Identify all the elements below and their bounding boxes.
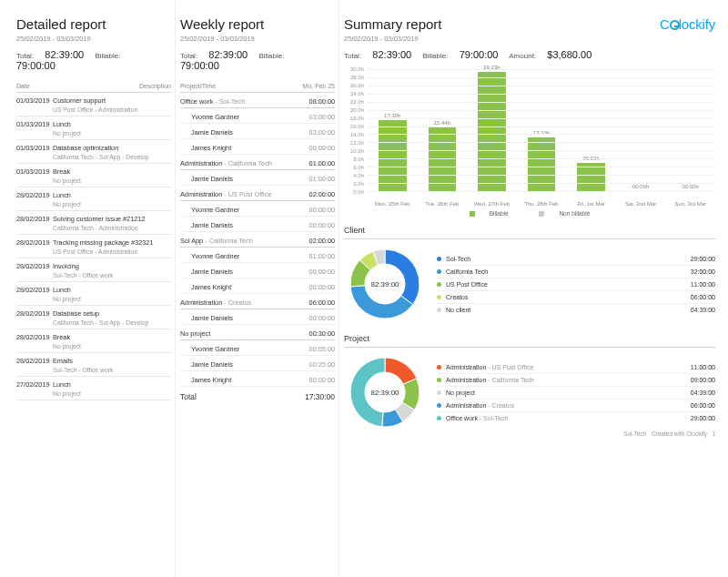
detailed-range: 25/02/2019 - 03/03/2019 xyxy=(16,35,171,43)
weekly-user-row: Yvonne Gardner00:05:00 xyxy=(180,340,335,356)
weekly-user-row: Jamie Daniels03:00:00 xyxy=(180,124,335,139)
weekly-title: Weekly report xyxy=(180,16,335,32)
list-item: US Post Office11:00:00 xyxy=(437,278,715,291)
list-item: Administration - California Tech09:00:00 xyxy=(437,374,715,387)
weekly-user-row: Yvonne Gardner01:00:00 xyxy=(180,248,335,263)
weekly-totals: Total: 82:39:00 Billable: 79:00:00 xyxy=(180,49,335,71)
table-row: 01/03/2019LunchNo project xyxy=(16,116,171,140)
table-row: 27/02/2019LunchNo project xyxy=(16,377,171,400)
table-row: 01/03/2019Database optimizationCaliforni… xyxy=(16,140,171,164)
project-donut-chart: 82:39:00 xyxy=(344,351,426,433)
project-list: Administration - US Post Office11:00:00A… xyxy=(437,361,715,424)
chart-legend: Billable Non billable xyxy=(344,210,715,217)
clockify-logo: Clockify xyxy=(660,16,715,32)
detailed-title: Detailed report xyxy=(16,16,171,32)
weekly-group-header: Sol App - California Tech02:00:00 xyxy=(180,232,335,248)
detailed-totals: Total: 82:39:00 Billable: 79:00:00 xyxy=(16,49,171,71)
weekly-group-header: No project00:30:00 xyxy=(180,325,335,340)
weekly-user-row: James Knight00:00:00 xyxy=(180,371,335,387)
weekly-user-row: James Knight00:00:00 xyxy=(180,139,335,155)
detailed-table-header: DateDescription xyxy=(16,80,171,93)
table-row: 01/03/2019BreakNo project xyxy=(16,164,171,187)
weekly-group-header: Administration - California Tech01:00:00 xyxy=(180,155,335,170)
summary-report-panel: Clockify Summary report 25/02/2019 - 03/… xyxy=(344,16,715,433)
weekly-group-header: Administration - US Post Office02:00:00 xyxy=(180,186,335,201)
table-row: 28/02/2019InvoicingSol-Tech - Office wor… xyxy=(16,258,171,282)
summary-bar-chart: 0.0h2.0h4.0h6.0h8.0h10.0h12.0h14.0h16.0h… xyxy=(344,69,715,210)
list-item: Administration - Creatos06:00:00 xyxy=(437,400,715,412)
detailed-report-panel: Detailed report 25/02/2019 - 03/03/2019 … xyxy=(16,16,171,433)
table-row: 28/02/2019LunchNo project xyxy=(16,282,171,306)
summary-range: 25/02/2019 - 03/03/2019 xyxy=(344,35,715,43)
list-item: Sol-Tech29:00:00 xyxy=(437,253,715,266)
weekly-user-row: Yvonne Gardner03:00:00 xyxy=(180,108,335,124)
weekly-user-row: Jamie Daniels01:00:00 xyxy=(180,170,335,186)
table-row: 28/02/2019Solving customer issue #21212C… xyxy=(16,211,171,235)
weekly-range: 25/02/2019 - 03/03/2019 xyxy=(180,35,335,43)
weekly-table-header: Project/TimeMo, Feb 25 xyxy=(180,80,335,93)
weekly-user-row: Jamie Daniels00:25:00 xyxy=(180,356,335,371)
list-item: No project04:39:00 xyxy=(437,387,715,400)
weekly-report-panel: Weekly report 25/02/2019 - 03/03/2019 To… xyxy=(180,16,335,433)
weekly-user-row: James Knight00:00:00 xyxy=(180,278,335,294)
table-row: 28/02/2019EmailsSol-Tech - Office work xyxy=(16,353,171,377)
page-footer: Sol-Tech Created with Clockify 1 xyxy=(623,430,715,437)
list-item: Administration - US Post Office11:00:00 xyxy=(437,361,715,374)
list-item: Office work - Sol-Tech29:00:00 xyxy=(437,412,715,424)
table-row: 28/02/2019Tracking missing package #3232… xyxy=(16,235,171,258)
weekly-user-row: Jamie Daniels00:00:00 xyxy=(180,217,335,232)
project-section-title: Project xyxy=(344,334,715,348)
weekly-user-row: Yvonne Gardner00:00:00 xyxy=(180,201,335,217)
weekly-group-header: Administration - Creatos06:00:00 xyxy=(180,294,335,309)
summary-totals: Total: 82:39:00 Billable: 79:00:00 Amoun… xyxy=(344,49,715,60)
weekly-user-row: Jamie Daniels00:00:00 xyxy=(180,263,335,278)
weekly-user-row: Jamie Daniels00:00:00 xyxy=(180,309,335,325)
client-list: Sol-Tech29:00:00California Tech32:00:00U… xyxy=(437,253,715,316)
list-item: California Tech32:00:00 xyxy=(437,266,715,278)
weekly-total-row: Total17:30:00 xyxy=(180,387,335,401)
weekly-group-header: Office work - Sol-Tech08:00:00 xyxy=(180,93,335,108)
table-row: 28/02/2019Database setupCalifornia Tech … xyxy=(16,306,171,329)
list-item: No client04:39:00 xyxy=(437,304,715,316)
table-row: 28/02/2019BreakNo project xyxy=(16,329,171,353)
table-row: 01/03/2019Customer supportUS Post Office… xyxy=(16,93,171,116)
client-donut-chart: 82:39:00 xyxy=(344,243,426,325)
table-row: 28/02/2019LunchNo project xyxy=(16,187,171,211)
client-section-title: Client xyxy=(344,226,715,239)
list-item: Creatos06:00:00 xyxy=(437,291,715,304)
